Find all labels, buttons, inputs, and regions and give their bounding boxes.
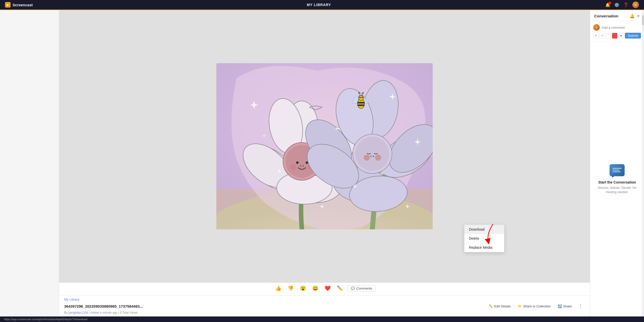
conversation-empty-title: Start the Conversation (598, 180, 636, 184)
nav-title: MY LIBRARY (307, 3, 331, 7)
collection-icon: 📁 (518, 304, 522, 308)
comments-btn[interactable]: 💬 Comments (348, 285, 376, 292)
comments-label: Comments (356, 287, 372, 290)
svg-point-28 (355, 137, 389, 171)
help-icon[interactable]: ❓ (623, 3, 628, 7)
edit-details-btn[interactable]: ✏️ Edit Details (487, 303, 513, 309)
settings-icon[interactable]: ⚙️ (614, 3, 619, 7)
left-sidebar (0, 10, 59, 316)
svg-point-31 (370, 156, 372, 157)
logo-text: Screencast (13, 3, 33, 7)
status-url: https://app.screencast.com/api/v4/media/… (4, 318, 87, 321)
svg-point-13 (296, 161, 299, 164)
svg-point-30 (375, 155, 381, 161)
submit-btn[interactable]: Submit (625, 33, 641, 39)
svg-point-40 (361, 97, 363, 98)
share-btn[interactable]: ↗️ Share (555, 303, 574, 309)
views: 0 Total Views (120, 311, 138, 314)
user-avatar[interactable]: U (632, 2, 639, 8)
content-area: Download Delete Replace Media 👍 👎 😮 (59, 10, 590, 316)
notification-badge: 1 (608, 2, 611, 5)
status-bar: https://app.screencast.com/api/v4/media/… (0, 316, 644, 322)
added-time: Added a minute ago (91, 311, 117, 314)
my-library-link[interactable]: My Library (64, 298, 585, 301)
scrollbar-track[interactable] (642, 10, 644, 316)
conversation-empty-desc: Discuss. Debate. Decide. No meeting need… (595, 186, 639, 194)
flower-illustration (216, 63, 433, 229)
edit-icon: ✏️ (489, 304, 493, 308)
svg-point-17 (300, 165, 301, 167)
text-format-btn[interactable]: T (593, 33, 598, 39)
notification-toggle[interactable]: 🔔 (630, 14, 635, 18)
selection-btn[interactable]: ⊹ (599, 33, 605, 39)
more-btn[interactable]: ⋮ (576, 302, 585, 310)
bubble-line-3 (613, 171, 621, 172)
comment-input[interactable] (602, 26, 644, 29)
media-image (216, 63, 433, 229)
nav-icons: 🔔 1 ⚙️ ❓ U (605, 2, 639, 8)
comment-input-row: U 😊 (593, 24, 641, 31)
main-layout: Download Delete Replace Media 👍 👎 😮 (0, 10, 644, 316)
share-to-collection-label: Share to Collection (523, 304, 551, 308)
svg-point-39 (359, 97, 361, 98)
notification-icon[interactable]: 🔔 1 (605, 3, 610, 7)
heart-btn[interactable]: ❤️ (323, 285, 332, 292)
comments-icon: 💬 (351, 287, 355, 290)
media-meta: By yanglidan1106 | Added a minute ago | … (64, 311, 585, 314)
author-link[interactable]: yanglidan1106 (68, 311, 88, 314)
bubble-lines (613, 168, 622, 172)
context-menu-replace-media[interactable]: Replace Media (464, 243, 504, 252)
top-navigation: ▶ Screencast MY LIBRARY 🔔 1 ⚙️ ❓ U (0, 0, 644, 10)
thumbs-up-btn[interactable]: 👍 (274, 285, 283, 292)
logo-icon: ▶ (5, 2, 11, 8)
media-info-bar: My Library 364397296_202209035880985_173… (59, 295, 590, 316)
logo[interactable]: ▶ Screencast (5, 2, 33, 8)
conversation-bubble-icon (610, 164, 625, 176)
media-actions: ✏️ Edit Details 📁 Share to Collection ↗️… (487, 302, 585, 310)
viewer-bottom: 👍 👎 😮 😄 ❤️ ✏️ 💬 Comments (59, 282, 590, 295)
thumbs-down-btn[interactable]: 👎 (286, 285, 295, 292)
svg-point-43 (358, 92, 360, 94)
share-icon: ↗️ (558, 304, 562, 308)
svg-rect-37 (357, 104, 365, 106)
conversation-header-icons: 🔔 ✕ (630, 14, 640, 18)
svg-point-29 (364, 155, 370, 161)
conversation-input-area: U 😊 T ⊹ ⌒ ▼ Submit (590, 21, 644, 42)
svg-point-18 (302, 165, 304, 167)
color-picker-btn[interactable]: ▼ (618, 33, 624, 39)
share-to-collection-btn[interactable]: 📁 Share to Collection (515, 303, 553, 309)
author: By (64, 311, 68, 314)
svg-point-32 (373, 156, 374, 157)
conversation-empty-state: Start the Conversation Discuss. Debate. … (590, 42, 644, 316)
svg-point-15 (290, 164, 296, 170)
edit-details-label: Edit Details (494, 304, 511, 308)
scrollbar-thumb[interactable] (642, 15, 644, 25)
share-label: Share (563, 304, 572, 308)
conversation-title: Conversation (594, 14, 618, 18)
svg-point-44 (363, 92, 364, 94)
conversation-header: Conversation 🔔 ✕ (590, 10, 644, 21)
reaction-bar: 👍 👎 😮 😄 ❤️ ✏️ 💬 Comments (274, 285, 376, 292)
svg-point-38 (358, 95, 364, 100)
svg-rect-36 (357, 102, 365, 103)
laugh-btn[interactable]: 😄 (311, 285, 320, 292)
media-filename: 364397296_202209035880985_1737584463... (64, 304, 484, 308)
comment-toolbar: T ⊹ ⌒ ▼ Submit (593, 33, 641, 39)
surprised-btn[interactable]: 😮 (298, 285, 308, 292)
bubble-line-1 (613, 168, 622, 169)
close-conversation[interactable]: ✕ (637, 14, 640, 18)
link-btn[interactable]: ⌒ (606, 33, 611, 39)
right-sidebar: Conversation 🔔 ✕ U 😊 T ⊹ ⌒ ▼ Submit (590, 10, 644, 316)
bubble-line-2 (613, 170, 620, 170)
pencil-btn[interactable]: ✏️ (335, 285, 345, 292)
image-viewer: Download Delete Replace Media (59, 10, 590, 282)
commenter-avatar: U (593, 24, 600, 31)
color-btn[interactable] (612, 33, 617, 39)
